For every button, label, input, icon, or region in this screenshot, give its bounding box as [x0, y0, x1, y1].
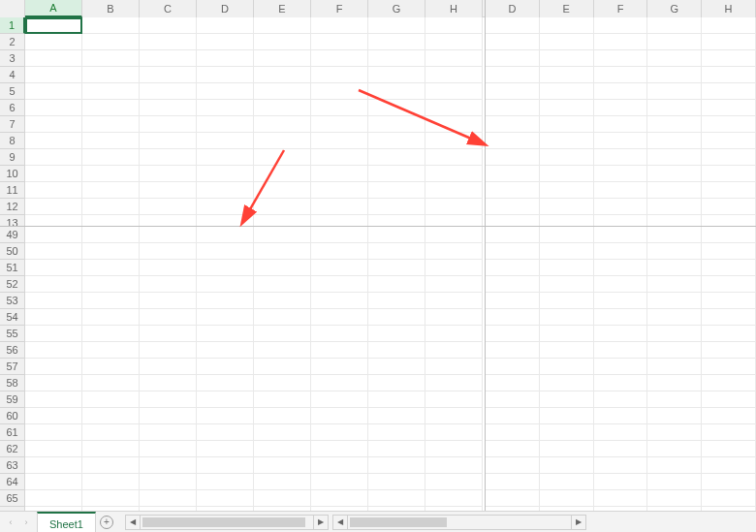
cell-G50[interactable] [647, 243, 702, 260]
cell-E65[interactable] [540, 490, 594, 507]
cell-H57[interactable] [702, 359, 756, 375]
cell-H54[interactable] [702, 309, 756, 326]
cell-E53[interactable] [254, 293, 311, 309]
cell-H56[interactable] [702, 342, 756, 359]
cell-F9[interactable] [594, 149, 648, 166]
cell-D8[interactable] [486, 133, 540, 149]
cell-E56[interactable] [540, 342, 594, 359]
cell-F12[interactable] [594, 199, 648, 215]
cell-E5[interactable] [540, 83, 594, 100]
cell-H1[interactable] [702, 17, 756, 34]
cell-E62[interactable] [254, 441, 311, 457]
cell-E9[interactable] [254, 149, 311, 166]
col-header-C[interactable]: C [140, 0, 197, 17]
cell-D51[interactable] [486, 260, 540, 276]
cell-C50[interactable] [140, 243, 197, 260]
row-header-5[interactable]: 5 [0, 83, 25, 100]
cell-B11[interactable] [82, 182, 140, 199]
cell-G54[interactable] [368, 309, 425, 326]
cell-D2[interactable] [197, 34, 254, 50]
cell-E55[interactable] [540, 326, 594, 342]
cell-G53[interactable] [368, 293, 425, 309]
col-header-D[interactable]: D [486, 0, 540, 17]
cell-H8[interactable] [425, 133, 483, 149]
cell-B54[interactable] [82, 309, 140, 326]
cell-H58[interactable] [425, 375, 483, 391]
cell-D64[interactable] [486, 474, 540, 490]
cell-C4[interactable] [140, 67, 197, 83]
cell-D3[interactable] [197, 50, 254, 67]
cell-G56[interactable] [647, 342, 702, 359]
cell-H7[interactable] [702, 116, 756, 133]
cell-B53[interactable] [82, 293, 140, 309]
cell-G6[interactable] [368, 100, 425, 116]
cell-H65[interactable] [425, 490, 483, 507]
cell-D7[interactable] [197, 116, 254, 133]
pane-top-left[interactable]: ABCDEFGH 12345678910111213 [0, 0, 485, 226]
row-header-65[interactable]: 65 [0, 490, 25, 507]
cell-D64[interactable] [197, 474, 254, 490]
cell-D49[interactable] [197, 227, 254, 243]
spreadsheet-area[interactable]: ABCDEFGH 12345678910111213 DEFGH 4950515… [0, 0, 756, 511]
sheet-tab-active[interactable]: Sheet1 [37, 512, 96, 532]
cell-A56[interactable] [25, 342, 82, 359]
cell-H11[interactable] [425, 182, 483, 199]
cell-G55[interactable] [368, 326, 425, 342]
cell-A13[interactable] [25, 215, 82, 226]
cell-E2[interactable] [540, 34, 594, 50]
cell-E1[interactable] [540, 17, 594, 34]
row-header-62[interactable]: 62 [0, 441, 25, 457]
cell-C6[interactable] [140, 100, 197, 116]
cell-D55[interactable] [486, 326, 540, 342]
cell-D54[interactable] [486, 309, 540, 326]
cell-A51[interactable] [25, 260, 82, 276]
cell-C3[interactable] [140, 50, 197, 67]
cell-E63[interactable] [254, 457, 311, 474]
cell-B52[interactable] [82, 276, 140, 293]
cell-D59[interactable] [197, 391, 254, 408]
scroll-track-right[interactable] [348, 515, 571, 530]
cell-D53[interactable] [197, 293, 254, 309]
cell-A59[interactable] [25, 391, 82, 408]
cell-A6[interactable] [25, 100, 82, 116]
cell-B65[interactable] [82, 490, 140, 507]
cell-D57[interactable] [486, 359, 540, 375]
cell-H6[interactable] [702, 100, 756, 116]
cell-E64[interactable] [540, 474, 594, 490]
col-header-B[interactable]: B [82, 0, 140, 17]
cell-F50[interactable] [311, 243, 368, 260]
cell-E51[interactable] [540, 260, 594, 276]
cell-G61[interactable] [368, 424, 425, 441]
cell-G8[interactable] [647, 133, 702, 149]
cell-E50[interactable] [540, 243, 594, 260]
cell-B12[interactable] [82, 199, 140, 215]
cell-G51[interactable] [647, 260, 702, 276]
add-sheet-button[interactable]: + [96, 512, 117, 532]
cell-E8[interactable] [254, 133, 311, 149]
row-header-53[interactable]: 53 [0, 293, 25, 309]
cell-E59[interactable] [254, 391, 311, 408]
cell-H64[interactable] [702, 474, 756, 490]
cell-G59[interactable] [647, 391, 702, 408]
cell-C65[interactable] [140, 490, 197, 507]
cell-F52[interactable] [311, 276, 368, 293]
cell-H50[interactable] [425, 243, 483, 260]
cell-E56[interactable] [254, 342, 311, 359]
cell-G8[interactable] [368, 133, 425, 149]
cell-G60[interactable] [368, 408, 425, 424]
cell-D54[interactable] [197, 309, 254, 326]
cell-H62[interactable] [702, 441, 756, 457]
cell-F51[interactable] [311, 260, 368, 276]
cell-G61[interactable] [647, 424, 702, 441]
cell-B61[interactable] [82, 424, 140, 441]
cell-D51[interactable] [197, 260, 254, 276]
cell-B7[interactable] [82, 116, 140, 133]
row-header-49[interactable]: 49 [0, 227, 25, 243]
cell-F55[interactable] [594, 326, 648, 342]
cell-C12[interactable] [140, 199, 197, 215]
cell-H65[interactable] [702, 490, 756, 507]
cell-B10[interactable] [82, 166, 140, 182]
scroll-right-button[interactable]: ▶ [313, 515, 329, 530]
cell-A62[interactable] [25, 441, 82, 457]
cell-E62[interactable] [540, 441, 594, 457]
